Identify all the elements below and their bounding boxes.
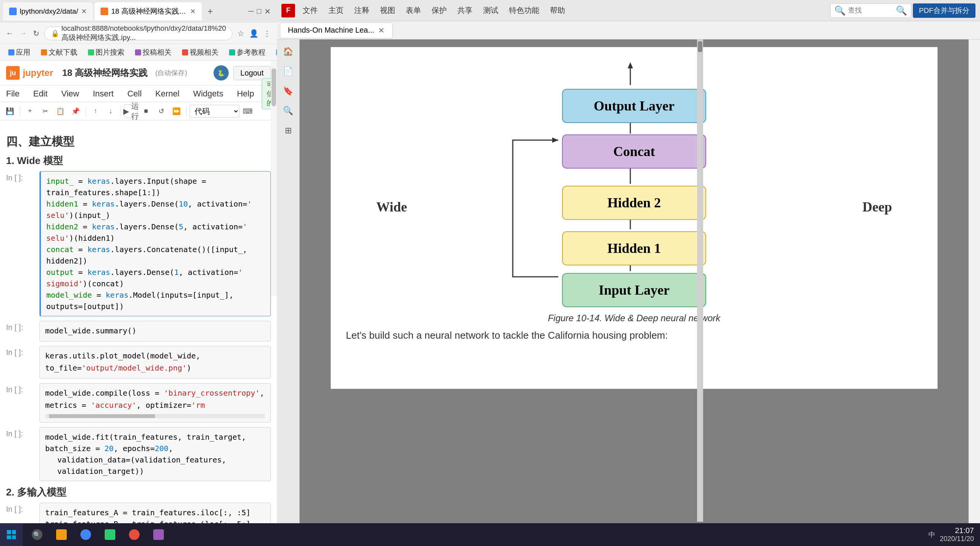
menu-file[interactable]: File — [0, 86, 25, 101]
menu-view[interactable]: View — [55, 86, 85, 101]
pdf-scrollbar-thumb[interactable] — [698, 42, 702, 52]
cell-5-input[interactable]: model_wide.fit(train_features, train_tar… — [40, 427, 271, 481]
address-bar[interactable]: 🔒 localhost:8888/notebooks/lpython/dxy2/… — [45, 27, 232, 40]
keyboard-shortcuts-button[interactable]: ⌨ — [241, 104, 255, 118]
pdf-sidebar-bookmark[interactable]: 🔖 — [280, 83, 297, 99]
move-up-button[interactable]: ↑ — [89, 104, 102, 118]
pdf-scrollbar[interactable] — [697, 40, 703, 522]
hidden1-layer-label: Hidden 1 — [607, 240, 661, 256]
menu-insert[interactable]: Insert — [87, 86, 120, 101]
taskbar-search[interactable]: 🔍 — [26, 526, 49, 543]
taskbar-files[interactable] — [50, 526, 73, 543]
pdf-menu-view[interactable]: 视图 — [375, 4, 400, 17]
taskbar-app1[interactable] — [99, 526, 121, 543]
cell-4-scrollbar[interactable] — [45, 414, 265, 418]
tab-close-lpython[interactable]: ✕ — [81, 7, 87, 16]
tab-lpython[interactable]: lpython/dxy2/data/ ✕ — [3, 2, 93, 21]
code-line-3: hidden2 = keras.layers.Dense(5, activati… — [46, 221, 265, 244]
notebook-scrollbar-thumb[interactable] — [272, 68, 276, 106]
cell-4-prompt: In [ ]: — [6, 383, 37, 423]
menu-button[interactable]: ⋮ — [262, 27, 272, 40]
restart-run-button[interactable]: ⏩ — [170, 104, 183, 118]
cell-1-input[interactable]: input_ = keras.layers.Input(shape = trai… — [40, 171, 271, 316]
pdf-menu-home[interactable]: 主页 — [324, 4, 348, 17]
tab-close-jupyter[interactable]: ✕ — [190, 7, 196, 16]
bookmark-course[interactable]: 课程相关 — [272, 46, 277, 59]
menu-widgets[interactable]: Widgets — [187, 86, 229, 101]
windows-taskbar: 🔍 中 21:07 2020/11/20 — [0, 523, 980, 546]
bookmark-apps[interactable]: 应用 — [5, 46, 34, 59]
code-line-6: model_wide = keras.Model(inputs=[input_]… — [46, 289, 265, 312]
menu-kernel[interactable]: Kernel — [150, 86, 186, 101]
subsection-wide-model: 1. Wide 模型 — [6, 154, 271, 168]
cell-3-input[interactable]: keras.utils.plot_model(model_wide, to_fi… — [40, 346, 271, 378]
bookmark-tutorial[interactable]: 参考教程 — [225, 46, 269, 59]
subsection-multi-input: 2. 多输入模型 — [6, 485, 271, 499]
cell-2-input[interactable]: model_wide.summary() — [40, 321, 271, 341]
cell-3-code: keras.utils.plot_model(model_wide, to_fi… — [45, 351, 200, 372]
system-tray: 中 21:07 2020/11/20 — [922, 526, 980, 543]
taskbar-app2[interactable] — [123, 526, 146, 543]
tab-jupyter[interactable]: 18 高级神经网络实践 - Jupyter ... ✕ — [94, 2, 202, 21]
taskbar-browser[interactable] — [74, 526, 97, 543]
save-button[interactable]: 💾 — [3, 104, 17, 118]
menu-help[interactable]: Help — [231, 86, 260, 101]
bookmark-submission[interactable]: 投稿相关 — [131, 46, 175, 59]
menu-cell[interactable]: Cell — [121, 86, 148, 101]
nn-description-text: Let's build such a neural network to tac… — [346, 330, 668, 341]
pdf-menu-share[interactable]: 共享 — [453, 4, 477, 17]
windows-start-button[interactable] — [0, 523, 23, 546]
pdf-menu-featured[interactable]: 特色功能 — [504, 4, 544, 17]
jupyter-header: ju jupyter 18 高级神经网络实践 (自动保存) 🐍 Logout — [0, 61, 277, 85]
hidden2-layer-box: Hidden 2 — [562, 186, 706, 220]
close-btn[interactable]: ✕ — [264, 7, 271, 16]
cell-type-select[interactable]: 代码 Markdown — [189, 105, 239, 118]
bookmark-wenxian[interactable]: 文献下载 — [37, 46, 81, 59]
cell-4-input[interactable]: model_wide.compile(loss = 'binary_crosse… — [40, 383, 271, 423]
bookmark-star[interactable]: ☆ — [235, 27, 246, 40]
minimize-btn[interactable]: ─ — [248, 7, 254, 16]
paste-cell-button[interactable]: 📌 — [68, 104, 82, 118]
run-button[interactable]: ▶ 运行 — [124, 104, 138, 118]
notebook-title[interactable]: 18 高级神经网络实践 — [62, 67, 148, 79]
add-cell-button[interactable]: + — [23, 104, 37, 118]
pdf-menu-file[interactable]: 文件 — [298, 4, 322, 17]
notebook-scrollbar[interactable] — [271, 61, 277, 296]
user-icon[interactable]: 👤 — [249, 27, 259, 40]
new-tab-button[interactable]: + — [203, 5, 217, 18]
move-down-button[interactable]: ↓ — [104, 104, 118, 118]
bookmark-image-search[interactable]: 图片搜索 — [84, 46, 128, 59]
pdf-tab-label: Hands-On Machine Lea... — [288, 26, 374, 35]
bookmark-apps-label: 应用 — [16, 48, 30, 57]
reload-button[interactable]: ↻ — [31, 27, 41, 40]
taskbar-app3[interactable] — [147, 526, 170, 543]
bookmark-video[interactable]: 视频相关 — [178, 46, 222, 59]
pdf-sidebar-thumb[interactable]: ⊞ — [280, 122, 297, 139]
maximize-btn[interactable]: □ — [257, 7, 261, 16]
jupyter-logo-icon: ju — [6, 66, 20, 80]
cell-1: In [ ]: input_ = keras.layers.Input(shap… — [6, 171, 271, 316]
pdf-search-input[interactable] — [848, 6, 894, 14]
restart-button[interactable]: ↺ — [154, 104, 168, 118]
stop-button[interactable]: ■ — [139, 104, 153, 118]
menu-edit[interactable]: Edit — [27, 86, 54, 101]
back-button[interactable]: ← — [5, 27, 15, 40]
pdf-menu-help[interactable]: 帮助 — [546, 4, 570, 17]
pdf-sidebar-page[interactable]: 📄 — [280, 63, 297, 80]
pdf-sidebar-search[interactable]: 🔍 — [280, 102, 297, 119]
copy-cell-button[interactable]: 📋 — [54, 104, 67, 118]
pdf-tab-main[interactable]: Hands-On Machine Lea... ✕ — [280, 22, 393, 38]
pdf-search-icon-2: 🔍 — [896, 5, 907, 16]
concat-layer-box: Concat — [562, 134, 706, 169]
pdf-search-bar[interactable]: 🔍 🔍 — [830, 3, 912, 18]
pdf-menu-protect[interactable]: 保护 — [427, 4, 451, 17]
pdf-sidebar-home[interactable]: 🏠 — [280, 43, 297, 60]
pdf-tab-close[interactable]: ✕ — [378, 26, 385, 35]
pdf-menu-form[interactable]: 表单 — [401, 4, 426, 17]
pdf-menu-annotate[interactable]: 注释 — [350, 4, 374, 17]
cut-cell-button[interactable]: ✂ — [38, 104, 52, 118]
pdf-merge-button[interactable]: PDF合并与拆分 — [913, 3, 975, 18]
deep-text: Deep — [862, 200, 892, 214]
forward-button[interactable]: → — [18, 27, 28, 40]
pdf-menu-test[interactable]: 测试 — [479, 4, 503, 17]
